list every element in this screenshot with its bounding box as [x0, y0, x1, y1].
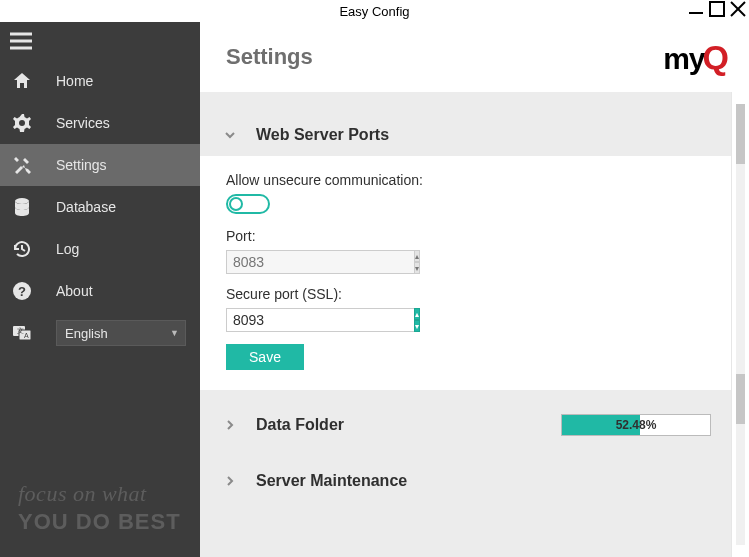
- close-button[interactable]: [729, 0, 747, 18]
- gear-icon: [12, 113, 42, 133]
- history-icon: [12, 239, 42, 259]
- section-web-server-ports: Web Server Ports Allow unsecure communic…: [200, 114, 731, 390]
- tagline-line1: focus on what: [18, 481, 200, 507]
- svg-rect-1: [710, 2, 724, 16]
- language-selected: English: [65, 326, 108, 341]
- secure-port-label: Secure port (SSL):: [226, 286, 705, 302]
- svg-text:文: 文: [17, 327, 24, 334]
- tagline-line2: YOU DO BEST: [18, 509, 200, 535]
- section-title: Web Server Ports: [256, 126, 389, 144]
- minimize-button[interactable]: [687, 0, 705, 18]
- hamburger-menu[interactable]: [0, 22, 200, 60]
- section-head-server-maintenance[interactable]: Server Maintenance: [200, 460, 731, 502]
- database-icon: [12, 197, 42, 217]
- svg-point-9: [15, 198, 29, 204]
- progress-text: 52.48%: [562, 415, 710, 435]
- secure-port-input[interactable]: [226, 308, 414, 332]
- sidebar-item-label: Services: [42, 115, 110, 131]
- section-head-web-server-ports[interactable]: Web Server Ports: [200, 114, 731, 156]
- sidebar-item-home[interactable]: Home: [0, 60, 200, 102]
- header: Settings myQ: [200, 22, 749, 92]
- brand-logo: myQ: [663, 38, 729, 77]
- sidebar: Home Services Settings: [0, 22, 200, 557]
- svg-text:?: ?: [18, 284, 26, 299]
- allow-unsecure-toggle[interactable]: [226, 194, 270, 214]
- section-title: Data Folder: [256, 416, 344, 434]
- tools-icon: [12, 155, 42, 175]
- port-label: Port:: [226, 228, 705, 244]
- chevron-right-icon: [222, 473, 238, 489]
- titlebar: Easy Config: [0, 0, 749, 22]
- sidebar-item-label: Database: [42, 199, 116, 215]
- page-title: Settings: [226, 44, 313, 70]
- sidebar-item-database[interactable]: Database: [0, 186, 200, 228]
- sidebar-item-label: Log: [42, 241, 79, 257]
- sidebar-item-label: Home: [42, 73, 93, 89]
- maximize-button[interactable]: [708, 0, 726, 18]
- sidebar-item-settings[interactable]: Settings: [0, 144, 200, 186]
- port-input[interactable]: [226, 250, 414, 274]
- window-title: Easy Config: [339, 4, 409, 19]
- section-server-maintenance: Server Maintenance: [200, 460, 731, 502]
- section-head-data-folder[interactable]: Data Folder 52.48%: [200, 404, 731, 446]
- sidebar-item-label: About: [42, 283, 93, 299]
- secure-port-spinner[interactable]: ▴▾: [414, 308, 420, 332]
- brand-q: Q: [703, 38, 729, 77]
- chevron-down-icon: ▼: [170, 328, 179, 338]
- language-icon: 文A: [12, 323, 42, 343]
- sidebar-item-label: Settings: [42, 157, 107, 173]
- save-button[interactable]: Save: [226, 344, 304, 370]
- language-select[interactable]: English ▼: [56, 320, 186, 346]
- section-data-folder: Data Folder 52.48%: [200, 404, 731, 446]
- brand-my: my: [663, 42, 704, 76]
- sidebar-item-about[interactable]: ? About: [0, 270, 200, 312]
- chevron-right-icon: [222, 417, 238, 433]
- tagline: focus on what YOU DO BEST: [0, 481, 200, 557]
- section-title: Server Maintenance: [256, 472, 407, 490]
- chevron-down-icon: [222, 127, 238, 143]
- data-folder-progress: 52.48%: [561, 414, 711, 436]
- port-spinner[interactable]: ▴▾: [414, 250, 420, 274]
- svg-text:A: A: [24, 332, 29, 339]
- allow-unsecure-label: Allow unsecure communication:: [226, 172, 705, 188]
- svg-point-8: [19, 120, 25, 126]
- help-icon: ?: [12, 281, 42, 301]
- sidebar-item-log[interactable]: Log: [0, 228, 200, 270]
- sidebar-item-services[interactable]: Services: [0, 102, 200, 144]
- scrollbar[interactable]: [731, 92, 749, 557]
- home-icon: [12, 71, 42, 91]
